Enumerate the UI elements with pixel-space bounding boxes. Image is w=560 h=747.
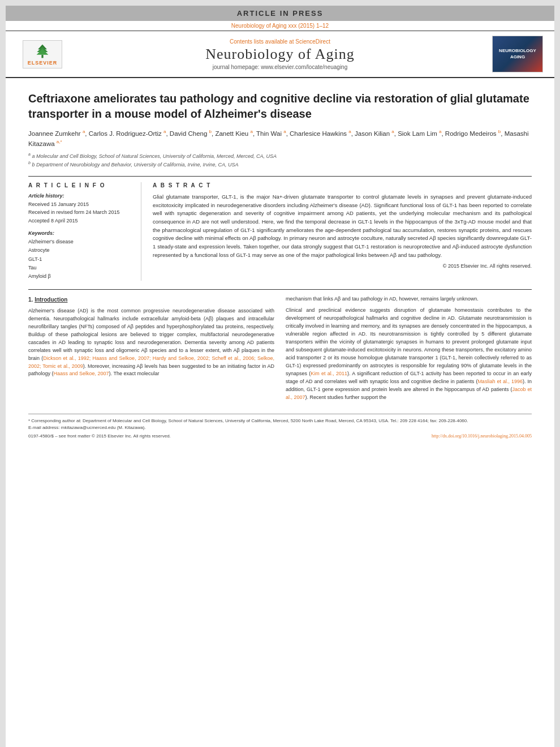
journal-logo-text: NEUROBIOLOGY AGING bbox=[495, 48, 540, 60]
body-section: 1. Introduction Alzheimer's disease (AD)… bbox=[28, 289, 532, 438]
history-item-3: Accepted 8 April 2015 bbox=[28, 217, 134, 225]
sciencedirect-line: Contents lists available at ScienceDirec… bbox=[68, 38, 492, 45]
article-title: Ceftriaxone ameliorates tau pathology an… bbox=[28, 91, 532, 122]
keyword-4: Tau bbox=[28, 264, 134, 272]
ref-kim[interactable]: Kim et al., 2011 bbox=[311, 371, 347, 376]
article-info-abstract-section: A R T I C L E I N F O Article history: R… bbox=[28, 176, 532, 281]
article-history-label: Article history: bbox=[28, 193, 134, 199]
ref-dickson[interactable]: Dickson et al., 1992; Haass and Selkoe, … bbox=[28, 355, 274, 369]
footer-area: * Corresponding author at: Department of… bbox=[28, 414, 532, 431]
issn-line: 0197-4580/$ – see front matter © 2015 El… bbox=[28, 433, 171, 439]
article-info-column: A R T I C L E I N F O Article history: R… bbox=[28, 182, 141, 281]
history-item-1: Received 15 January 2015 bbox=[28, 200, 134, 208]
journal-ref: Neurobiology of Aging xxx (2015) 1–12 bbox=[231, 23, 329, 29]
elsevier-tree-icon bbox=[33, 43, 51, 59]
keyword-2: Astrocyte bbox=[28, 246, 134, 255]
article-in-press-banner: ARTICLE IN PRESS bbox=[6, 6, 554, 21]
body-two-col: 1. Introduction Alzheimer's disease (AD)… bbox=[28, 295, 532, 405]
doi-link[interactable]: http://dx.doi.org/10.1016/j.neurobiolagi… bbox=[432, 433, 532, 439]
elsevier-logo: ELSEVIER bbox=[17, 40, 68, 68]
journal-header: ELSEVIER Contents lists available at Sci… bbox=[6, 31, 554, 78]
abstract-text: Glial glutamate transporter, GLT-1, is t… bbox=[153, 193, 532, 260]
affiliation-b: b b Department of Neurobiology and Behav… bbox=[28, 162, 239, 168]
keywords-list: Alzheimer's disease Astrocyte GLT-1 Tau … bbox=[28, 238, 134, 281]
keywords-label: Keywords: bbox=[28, 230, 134, 236]
authors-line: Joannee Zumkehr a, Carlos J. Rodriguez-O… bbox=[28, 128, 532, 149]
elsevier-text: ELSEVIER bbox=[28, 60, 58, 66]
history-item-2: Received in revised form 24 March 2015 bbox=[28, 208, 134, 216]
corresponding-note-text: * Corresponding author at: Department of… bbox=[28, 418, 468, 423]
intro-number: 1. bbox=[28, 297, 33, 303]
corresponding-note: * Corresponding author at: Department of… bbox=[28, 418, 532, 424]
affiliations: a a Molecular and Cell Biology, School o… bbox=[28, 152, 532, 169]
footer-bottom: 0197-4580/$ – see front matter © 2015 El… bbox=[28, 433, 532, 439]
affiliation-a: a a Molecular and Cell Biology, School o… bbox=[28, 153, 277, 159]
intro-para-1: Alzheimer's disease (AD) is the most com… bbox=[28, 307, 274, 378]
journal-logo-right: NEUROBIOLOGY AGING bbox=[492, 36, 543, 72]
abstract-title: A B S T R A C T bbox=[153, 182, 532, 188]
ref-masliah[interactable]: Masliah et al., 1996 bbox=[477, 379, 523, 384]
keyword-3: GLT-1 bbox=[28, 255, 134, 264]
main-content: Ceftriaxone ameliorates tau pathology an… bbox=[6, 78, 554, 450]
email-note-text: E-mail address: mkitazawa@ucmerced.edu (… bbox=[28, 425, 146, 430]
intro-title: Introduction bbox=[35, 297, 67, 303]
article-info-title: A R T I C L E I N F O bbox=[28, 182, 134, 188]
journal-ref-line: Neurobiology of Aging xxx (2015) 1–12 bbox=[6, 21, 554, 31]
banner-text: ARTICLE IN PRESS bbox=[237, 9, 324, 18]
intro-para-3: Clinical and preclinical evidence sugges… bbox=[286, 307, 532, 401]
footer-notes: * Corresponding author at: Department of… bbox=[28, 418, 532, 431]
ref-haass[interactable]: Haass and Selkoe, 2007 bbox=[54, 371, 109, 376]
journal-title: Neurobiology of Aging bbox=[68, 46, 492, 63]
intro-para-2: mechanism that links Aβ and tau patholog… bbox=[286, 295, 532, 303]
keyword-1: Alzheimer's disease bbox=[28, 238, 134, 246]
body-col-left: 1. Introduction Alzheimer's disease (AD)… bbox=[28, 295, 274, 405]
keyword-5: Amyloid β bbox=[28, 272, 134, 281]
copyright-line: © 2015 Elsevier Inc. All rights reserved… bbox=[153, 263, 532, 269]
journal-homepage: journal homepage: www.elsevier.com/locat… bbox=[68, 64, 492, 70]
journal-header-center: Contents lists available at ScienceDirec… bbox=[68, 38, 492, 70]
email-note: E-mail address: mkitazawa@ucmerced.edu (… bbox=[28, 424, 532, 431]
page: ARTICLE IN PRESS Neurobiology of Aging x… bbox=[6, 6, 554, 747]
elsevier-logo-box: ELSEVIER bbox=[23, 40, 62, 68]
svg-rect-0 bbox=[41, 54, 43, 58]
ref-jacob[interactable]: Jacob et al., 2007 bbox=[286, 387, 532, 400]
sciencedirect-label: Contents lists available at ScienceDirec… bbox=[230, 38, 330, 45]
body-col-right: mechanism that links Aβ and tau patholog… bbox=[286, 295, 532, 405]
abstract-column: A B S T R A C T Glial glutamate transpor… bbox=[153, 182, 532, 281]
intro-heading: 1. Introduction bbox=[28, 295, 274, 304]
